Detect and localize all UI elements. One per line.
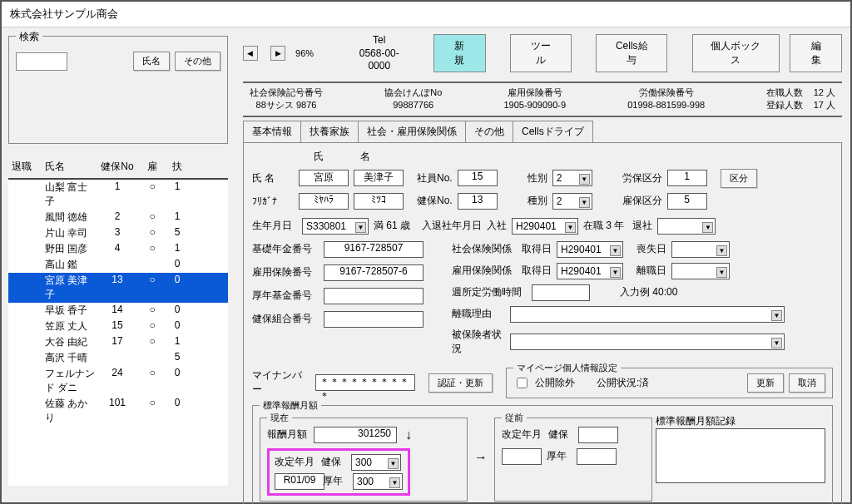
prev-revdate-field[interactable] [502, 448, 542, 465]
revdate-field[interactable]: R01/09 [275, 473, 324, 490]
update-button[interactable]: 更新 [747, 373, 784, 393]
search-input[interactable] [16, 52, 67, 71]
employee-row[interactable]: 大谷 由紀17○1 [8, 334, 228, 350]
exclude-checkbox[interactable] [517, 378, 528, 388]
kenpo-field[interactable]: 13 [458, 193, 498, 210]
tab-insurance[interactable]: 社会・雇用保険関係 [358, 121, 466, 142]
personal-box-button[interactable]: 個人ボックス [692, 34, 780, 72]
cancel-button[interactable]: 取消 [789, 373, 825, 393]
prev-konen-field[interactable] [577, 448, 617, 465]
weekly-field[interactable] [532, 284, 590, 301]
employee-row[interactable]: 宮原 美津子13○0 [8, 273, 228, 303]
employee-row[interactable]: 笠原 丈人15○0 [8, 319, 228, 334]
employee-row[interactable]: 高山 鑑0 [8, 257, 228, 273]
tab-dependents[interactable]: 扶養家族 [300, 121, 359, 142]
birth-field[interactable]: S330801 [302, 218, 369, 235]
zoom-label: 96% [295, 48, 314, 58]
kubun-button[interactable]: 区分 [721, 169, 757, 188]
shakai-get-field[interactable]: H290401 [557, 241, 623, 258]
konen-field[interactable] [324, 288, 424, 304]
employee-row[interactable]: 高沢 千晴5 [8, 350, 228, 366]
employee-row[interactable]: 佐藤 あかり101○0 [8, 396, 228, 426]
leave-reason-select[interactable] [510, 306, 785, 323]
mei-kana-field[interactable]: ﾐﾂｺ [354, 193, 404, 210]
employee-list[interactable]: 山梨 富士子1○1風間 徳雄2○1片山 幸司3○5野田 国彦4○1高山 鑑0宮原… [8, 178, 228, 486]
nav-prev-button[interactable]: ◀ [243, 46, 258, 61]
window-title: 株式会社サンプル商会 [2, 2, 850, 27]
konen-std-select[interactable]: 300 [353, 473, 403, 490]
pension-field[interactable]: 9167-728507 [324, 241, 424, 258]
empins-field[interactable]: 9167-728507-6 [324, 264, 424, 281]
employee-row[interactable]: 早坂 香子14○0 [8, 303, 228, 319]
auth-button[interactable]: 認証・更新 [428, 373, 493, 393]
sei-kana-field[interactable]: ﾐﾔﾊﾗ [299, 193, 349, 210]
sex-select[interactable]: 2 [552, 170, 592, 186]
monthly-field[interactable]: 301250 [314, 427, 397, 443]
edit-button[interactable]: 編集 [790, 34, 842, 72]
empno-field[interactable]: 15 [458, 170, 498, 186]
name-search-button[interactable]: 氏名 [133, 52, 170, 71]
employee-row[interactable]: フェルナンド ダニ24○0 [8, 366, 228, 396]
employee-row[interactable]: 風間 徳雄2○1 [8, 210, 228, 225]
down-arrow-icon[interactable]: ↓ [402, 427, 415, 442]
kenpokumiai-field[interactable] [324, 311, 424, 328]
leave-date-field[interactable] [657, 218, 716, 235]
prev-kenpo-field[interactable] [578, 427, 618, 443]
revision-highlight-box: 改定年月 健保 300 R01/09 厚年 300 [267, 448, 410, 496]
tab-cellsdrive[interactable]: Cellsドライブ [513, 121, 593, 142]
employee-list-header: 退職 氏名 健保No 雇 扶 [8, 156, 228, 178]
shakai-loss-field[interactable] [671, 241, 730, 258]
rohoku-field[interactable]: 1 [667, 170, 707, 186]
new-button[interactable]: 新規 [433, 34, 486, 72]
mynumber-field[interactable]: ＊＊＊＊＊＊＊＊＊＊ [315, 374, 415, 391]
employee-row[interactable]: 野田 国彦4○1 [8, 241, 228, 257]
insured-status-select[interactable] [510, 334, 785, 350]
sei-field[interactable]: 宮原 [299, 170, 349, 186]
tool-button[interactable]: ツール [510, 34, 572, 72]
koyo-leave-field[interactable] [671, 263, 730, 279]
record-list[interactable] [656, 428, 825, 483]
tab-body: 氏 名 氏 名 宮原 美津子 社員No. 15 性別 2 労保区分 1 区分 ﾌ… [243, 142, 842, 504]
header-info: 社会保険記号番号88サシス 9876 協会けんぽNo99887766 雇用保険番… [243, 82, 842, 117]
cells-salary-button[interactable]: Cells給与 [596, 34, 667, 72]
search-legend: 検索 [16, 30, 42, 44]
kenpo-std-select[interactable]: 300 [351, 454, 401, 471]
nav-next-button[interactable]: ▶ [270, 46, 285, 61]
tab-other[interactable]: その他 [465, 121, 513, 142]
search-group: 検索 氏名 その他 [8, 36, 228, 144]
employee-row[interactable]: 山梨 富士子1○1 [8, 180, 228, 210]
mei-field[interactable]: 美津子 [354, 170, 404, 186]
type-select[interactable]: 2 [552, 193, 592, 210]
employee-row[interactable]: 片山 幸司3○5 [8, 225, 228, 241]
koyoku-field[interactable]: 5 [667, 193, 707, 210]
app-window: 株式会社サンプル商会 検索 氏名 その他 退職 氏名 健保No 雇 扶 山梨 富… [0, 0, 852, 504]
tel-display: Tel 0568-00-0000 [352, 34, 406, 73]
other-search-button[interactable]: その他 [175, 52, 220, 71]
tabs: 基本情報 扶養家族 社会・雇用保険関係 その他 Cellsドライブ [243, 121, 842, 142]
right-arrow-icon[interactable]: → [471, 450, 491, 465]
tab-basic[interactable]: 基本情報 [243, 121, 301, 142]
koyo-get-field[interactable]: H290401 [557, 263, 623, 279]
join-date-field[interactable]: H290401 [512, 218, 578, 235]
